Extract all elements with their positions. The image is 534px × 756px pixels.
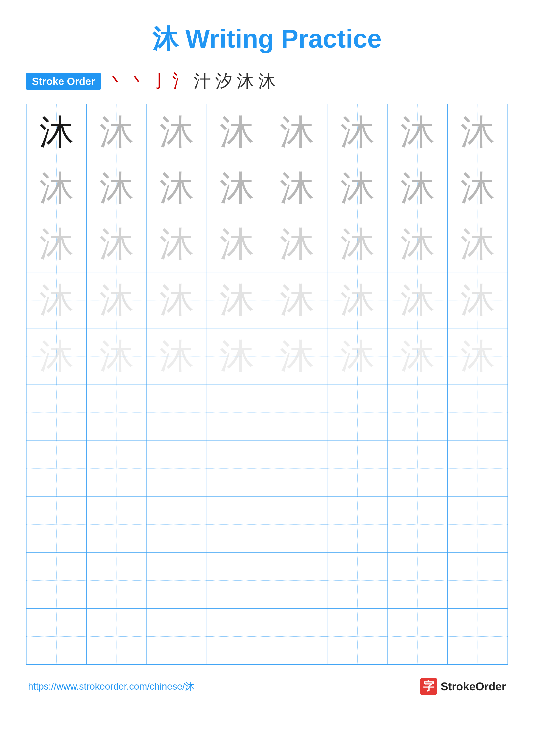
practice-char: 沐 [220,171,254,205]
grid-cell: 沐 [26,272,87,328]
stroke-char-4: 氵 [172,69,189,93]
practice-char: 沐 [99,227,134,261]
grid-cell-empty[interactable] [267,384,327,440]
practice-char: 沐 [340,283,375,317]
grid-cell-empty[interactable] [327,552,387,608]
grid-cell-empty[interactable] [207,440,267,496]
stroke-char-5: 汁 [194,69,211,93]
practice-char: 沐 [99,339,134,373]
practice-char: 沐 [280,339,314,373]
grid-cell-empty[interactable] [447,440,508,496]
stroke-order-badge: Stroke Order [26,73,101,90]
grid-cell-empty[interactable] [87,384,146,440]
practice-char: 沐 [280,283,314,317]
practice-char: 沐 [280,115,314,149]
grid-cell-empty[interactable] [147,552,207,608]
practice-char: 沐 [159,283,194,317]
grid-cell: 沐 [387,272,447,328]
grid-cell-empty[interactable] [447,496,508,552]
grid-cell-empty[interactable] [207,552,267,608]
grid-cell: 沐 [207,216,267,272]
practice-char: 沐 [280,227,314,261]
practice-grid: 沐 沐 沐 沐 沐 沐 沐 沐 沐 沐 沐 沐 沐 沐 沐 沐 沐 沐 沐 沐 … [26,104,508,665]
stroke-char-2: 丶 [129,69,146,93]
grid-cell-empty[interactable] [26,608,87,664]
stroke-char-8: 沐 [258,69,275,93]
grid-cell-empty[interactable] [87,608,146,664]
grid-cell: 沐 [207,272,267,328]
practice-char: 沐 [460,283,495,317]
practice-char: 沐 [340,227,375,261]
grid-cell-empty[interactable] [447,552,508,608]
grid-cell-empty[interactable] [387,552,447,608]
practice-char: 沐 [99,171,134,205]
grid-cell-empty[interactable] [87,440,146,496]
grid-cell-empty[interactable] [87,552,146,608]
practice-char: 沐 [340,339,375,373]
grid-cell-empty[interactable] [327,496,387,552]
practice-char: 沐 [220,227,254,261]
grid-cell-empty[interactable] [207,384,267,440]
grid-cell-empty[interactable] [147,384,207,440]
grid-cell: 沐 [207,328,267,384]
practice-char: 沐 [220,283,254,317]
footer-logo-text: StrokeOrder [441,680,506,693]
grid-cell: 沐 [387,104,447,160]
practice-char: 沐 [99,283,134,317]
grid-cell-empty[interactable] [447,384,508,440]
grid-cell: 沐 [387,216,447,272]
grid-cell: 沐 [147,216,207,272]
practice-char: 沐 [460,227,495,261]
practice-char: 沐 [159,339,194,373]
grid-cell: 沐 [267,272,327,328]
practice-char: 沐 [220,339,254,373]
grid-cell: 沐 [267,160,327,216]
grid-cell: 沐 [447,328,508,384]
practice-char: 沐 [400,115,435,149]
grid-cell-empty[interactable] [327,608,387,664]
footer: https://www.strokeorder.com/chinese/沐 字 … [26,678,508,695]
grid-cell: 沐 [447,160,508,216]
practice-char: 沐 [220,115,254,149]
grid-cell: 沐 [147,104,207,160]
practice-char: 沐 [99,115,134,149]
grid-cell: 沐 [327,272,387,328]
grid-cell: 沐 [87,328,146,384]
grid-cell-empty[interactable] [267,552,327,608]
grid-cell-empty[interactable] [207,496,267,552]
grid-cell: 沐 [447,272,508,328]
grid-cell-empty[interactable] [147,496,207,552]
grid-cell-empty[interactable] [447,608,508,664]
practice-char: 沐 [159,171,194,205]
practice-char: 沐 [460,115,495,149]
grid-cell: 沐 [327,216,387,272]
grid-cell-empty[interactable] [87,496,146,552]
stroke-char-6: 汐 [215,69,232,93]
grid-cell: 沐 [87,216,146,272]
grid-cell: 沐 [26,160,87,216]
practice-char: 沐 [39,283,74,317]
grid-cell-empty[interactable] [267,608,327,664]
grid-cell-empty[interactable] [387,440,447,496]
grid-cell-empty[interactable] [207,608,267,664]
grid-cell: 沐 [267,216,327,272]
grid-cell-empty[interactable] [387,608,447,664]
grid-cell-empty[interactable] [267,440,327,496]
grid-cell-empty[interactable] [26,552,87,608]
practice-char: 沐 [460,171,495,205]
grid-cell: 沐 [87,272,146,328]
grid-cell-empty[interactable] [327,440,387,496]
grid-cell-empty[interactable] [387,496,447,552]
grid-cell-empty[interactable] [26,496,87,552]
grid-cell-empty[interactable] [147,608,207,664]
grid-cell: 沐 [327,104,387,160]
grid-cell: 沐 [207,160,267,216]
grid-cell-empty[interactable] [147,440,207,496]
grid-cell-empty[interactable] [26,384,87,440]
grid-cell-empty[interactable] [387,384,447,440]
grid-cell-empty[interactable] [26,440,87,496]
grid-cell-empty[interactable] [267,496,327,552]
grid-cell-empty[interactable] [327,384,387,440]
stroke-order-chars: 丶 丶 亅 氵 汁 汐 沐 沐 [108,69,275,93]
practice-char: 沐 [340,171,375,205]
